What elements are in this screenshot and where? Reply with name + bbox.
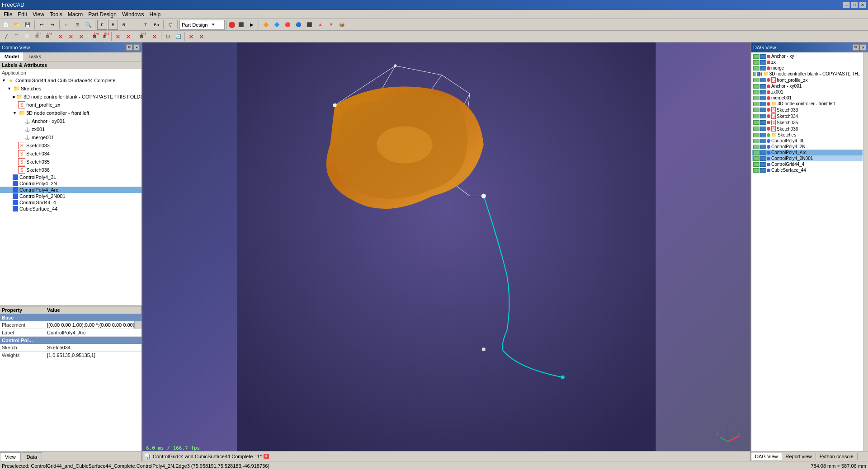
tree-item-3d-front-left[interactable]: ▼ 📁 3D node controller - front left [0,109,142,117]
x-mark-8[interactable]: ✕ [197,32,207,42]
save-button[interactable]: 💾 [23,20,33,30]
tree-item-front-profile[interactable]: S front_profile_zx [0,101,142,109]
dag-item-cparc[interactable]: ControlPoly4_Arc [752,150,863,155]
x-mark-2[interactable]: ✕ [66,32,76,42]
sketch-tool-3[interactable]: ⬜ [22,32,32,42]
dag-close-button[interactable]: ✕ [860,44,866,51]
menu-part-design[interactable]: Part Design [85,10,119,19]
x-mark-7[interactable]: ✕ [186,32,196,42]
tree-item-cp-arc[interactable]: ControlPoly4_Arc [0,187,142,193]
dag-item-3d-blank[interactable]: 📁 3D node controller blank - COPY-PASTE … [752,71,863,77]
x-mark-6[interactable]: ✕ [150,32,160,42]
dag-tab-report[interactable]: Report view [782,453,816,460]
view-front[interactable]: F [97,20,107,30]
x-mark-5[interactable]: ✕ [123,32,133,42]
menu-file[interactable]: File [1,10,15,19]
tree-item-cp-3l[interactable]: ControlPoly4_3L [0,174,142,180]
undo-button[interactable]: ↩ [37,20,47,30]
dag-item-sk036[interactable]: S Sketch036 [752,126,863,132]
new-button[interactable]: 📄 [1,20,11,30]
tree-item-sketch035[interactable]: S Sketch035 [0,158,142,166]
sketch-tool-grid1[interactable]: ⊞4×4 [32,32,42,42]
tree-item-sketches[interactable]: ▼ 📁 Sketches [0,85,142,93]
view-home[interactable]: ⌂ [61,20,71,30]
menu-edit[interactable]: Edit [15,10,30,19]
tree-item-cp-2n001[interactable]: ControlPoly4_2N001 [0,193,142,199]
view-iso[interactable]: ⬡ [165,20,175,30]
dag-item-front-profile[interactable]: S front_profile_zx [752,77,863,83]
tool-refresh[interactable]: 🔄 [173,32,183,42]
panel-float-button[interactable]: ⧉ [126,44,132,51]
dag-item-sketches-folder[interactable]: 📁 Sketches [752,132,863,138]
tool-7[interactable]: 🔻 [326,20,336,30]
dag-item-3d-fl[interactable]: 📁 3D node controller - front left [752,101,863,107]
tool-5[interactable]: ⬛ [304,20,314,30]
dag-item-merge[interactable]: merge [752,65,863,71]
dag-item-cp2n[interactable]: ControlPoly4_2N [752,144,863,150]
grid-tool-6x6b[interactable]: ⊞6×6 [100,32,110,42]
tree-item-3d-blank[interactable]: ▶ 📁 3D node controller blank - COPY-PAST… [0,93,142,101]
view-select[interactable]: 🔍 [83,20,93,30]
panel-close-button[interactable]: ✕ [133,44,140,51]
tree-item-root[interactable]: ▼ ★ ControlGrid44 and CubicSurface44 Com… [0,76,142,85]
view-fit-all[interactable]: ⊡ [72,20,82,30]
stop-button[interactable]: ⬛ [236,20,246,30]
dag-scrollbar[interactable] [863,52,868,451]
dag-tab-dag[interactable]: DAG View [751,453,782,460]
grid-tool-6x6[interactable]: ⊞6×6 [90,32,99,42]
menu-view[interactable]: View [30,10,47,19]
dag-item-merge001[interactable]: merge001 [752,95,863,101]
tree-item-zx001[interactable]: ⚓ zx001 [0,125,142,133]
tab-model[interactable]: Model [0,52,24,61]
view-top[interactable]: T [141,20,151,30]
redo-button[interactable]: ↪ [47,20,57,30]
dag-item-zx[interactable]: zx [752,59,863,65]
tree-item-sketch036[interactable]: S Sketch036 [0,166,142,174]
tool-1[interactable]: 🔶 [261,20,271,30]
tool-4[interactable]: 🔵 [293,20,303,30]
view-bottom[interactable]: Bo [151,20,161,30]
dag-item-sk034[interactable]: S Sketch034 [752,113,863,119]
minimize-button[interactable]: ─ [843,2,850,8]
tree-item-sketch033[interactable]: S Sketch033 [0,141,142,150]
view-right[interactable]: R [119,20,129,30]
tree-item-merge001[interactable]: ⚓ merge001 [0,133,142,141]
tab-view[interactable]: View [0,452,21,461]
close-button[interactable]: ✕ [859,2,866,8]
dag-tab-python[interactable]: Python console [816,453,858,460]
tool-8[interactable]: 📦 [337,20,347,30]
dag-float-button[interactable]: ⧉ [853,44,859,51]
dag-item-anchor-xy[interactable]: Anchor - xy [752,53,863,59]
sketch-tool-2[interactable]: ⌒ [11,32,21,42]
prop-placement-btn[interactable]: … [134,321,142,329]
dag-item-sk035[interactable]: S Sketch035 [752,119,863,126]
menu-macro[interactable]: Macro [65,10,85,19]
viewport-close-button[interactable]: ✕ [264,454,269,459]
dag-item-zx001[interactable]: zx001 [752,89,863,95]
menu-windows[interactable]: Windows [119,10,147,19]
view-left[interactable]: L [130,20,140,30]
tool-2[interactable]: 🔷 [272,20,282,30]
dag-item-cg44[interactable]: ControlGrid44_4 [752,161,863,167]
tab-tasks[interactable]: Tasks [24,52,46,61]
maximize-button[interactable]: □ [851,2,858,8]
tool-hex[interactable]: ⬡ [163,32,173,42]
tool-3[interactable]: 🔴 [283,20,292,30]
tool-6[interactable]: 🔺 [315,20,325,30]
dag-item-anchor-xy001[interactable]: Anchor - xy001 [752,83,863,89]
x-mark-1[interactable]: ✕ [56,32,66,42]
dag-item-cp2n001[interactable]: ControlPoly4_2N001 [752,155,863,161]
workbench-dropdown[interactable]: Part Design [179,20,225,30]
sketch-tool-1[interactable]: ╱ [1,32,11,42]
dag-item-sk033[interactable]: S Sketch033 [752,107,863,113]
tree-item-cp-2n[interactable]: ControlPoly4_2N [0,180,142,187]
record-button[interactable] [229,22,235,28]
dag-item-cs44[interactable]: CubicSurface_44 [752,167,863,173]
grid-tool-6x6c[interactable]: ⊞6×4 [137,32,146,42]
viewport[interactable]: 6.0 ms / 166.7 fps Z X Y 📊 ControlGrid44… [142,42,750,461]
tree-item-anchor-xy001[interactable]: ⚓ Anchor - xy001 [0,117,142,125]
tab-data[interactable]: Data [22,452,42,461]
menu-help[interactable]: Help [147,10,164,19]
tree-item-cg44[interactable]: ControlGrid44_4 [0,199,142,206]
play-button[interactable]: ▶ [247,20,257,30]
